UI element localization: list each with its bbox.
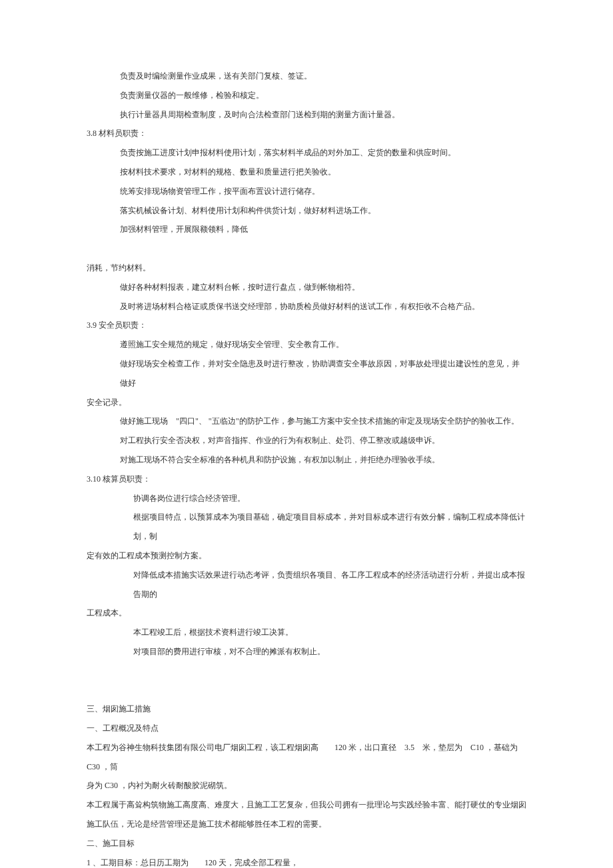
text-line: 执行计量器具周期检查制度，及时向合法检查部门送检到期的测量方面计量器。 xyxy=(87,105,526,125)
text-line: 二、施工目标 xyxy=(87,834,526,853)
text-line: 负责按施工进度计划申报材料使用计划，落实材料半成品的对外加工、定货的数量和供应时… xyxy=(87,143,526,163)
text-line: 落实机械设备计划、材料使用计划和构件供货计划，做好材料进场工作。 xyxy=(87,201,526,220)
text-line: 一、工程概况及特点 xyxy=(87,719,526,738)
text-line: 消耗，节约材料。 xyxy=(87,258,526,278)
text-line: 加强材料管理，开展限额领料，降低 xyxy=(87,220,526,239)
text-line: 3.9 安全员职责： xyxy=(87,316,526,335)
text-line xyxy=(87,239,526,258)
text-line: 对工程执行安全否决权，对声音指挥、作业的行为有权制止、处罚、停工整改或越级申诉。 xyxy=(87,431,526,450)
text-line: 定有效的工程成本预测控制方案。 xyxy=(87,546,526,566)
text-line: 工程成本。 xyxy=(87,604,526,623)
text-line: 负责及时编绘测量作业成果，送有关部门复核、签证。 xyxy=(87,67,526,86)
document-body: 负责及时编绘测量作业成果，送有关部门复核、签证。负责测量仪器的一般维修，检验和核… xyxy=(87,67,526,868)
text-line: 及时将进场材料合格证或质保书送交经理部，协助质检员做好材料的送试工作，有权拒收不… xyxy=(87,297,526,316)
text-line: 本工程竣工后，根据技术资料进行竣工决算。 xyxy=(87,623,526,642)
text-line: 遵照施工安全规范的规定，做好现场安全管理、安全教育工作。 xyxy=(87,335,526,354)
text-line: 对降低成本措施实话效果进行动态考评，负责组织各项目、各工序工程成本的经济活动进行… xyxy=(87,566,526,604)
text-line: 本工程属于高耸构筑物施工高度高、难度大，且施工工艺复杂，但我公司拥有一批理论与实… xyxy=(87,795,526,815)
text-line: 做好各种材料报表，建立材料台帐，按时进行盘点，做到帐物相符。 xyxy=(87,278,526,297)
text-line: 安全记录。 xyxy=(87,393,526,412)
text-line: 身为 C30 ，内衬为耐火砖耐酸胶泥砌筑。 xyxy=(87,776,526,795)
text-line: 三、烟囱施工措施 xyxy=(87,699,526,719)
text-line: 做好施工现场 "四口"、 "五临边"的防护工作，参与施工方案中安全技术措施的审定… xyxy=(87,412,526,431)
text-line xyxy=(87,681,526,700)
text-line: 对施工现场不符合安全标准的各种机具和防护设施，有权加以制止，并拒绝办理验收手续。 xyxy=(87,450,526,470)
text-line: 统筹安排现场物资管理工作，按平面布置设计进行储存。 xyxy=(87,182,526,201)
text-line: 做好现场安全检查工作，并对安全隐患及时进行整改，协助调查安全事故原因，对事故处理… xyxy=(87,354,526,393)
text-line: 按材料技术要求，对材料的规格、数量和质量进行把关验收。 xyxy=(87,163,526,182)
text-line: 根据项目特点，以预算成本为项目基础，确定项目目标成本，并对目标成本进行有效分解，… xyxy=(87,508,526,546)
text-line: 施工队伍，无论是经营管理还是施工技术都能够胜任本工程的需要。 xyxy=(87,815,526,834)
text-line: 1 、工期目标：总日历工期为 120 天，完成全部工程量， xyxy=(87,853,526,868)
text-line: 本工程为谷神生物科技集团有限公司电厂烟囱工程，该工程烟囱高 120 米，出口直径… xyxy=(87,738,526,777)
text-line: 对项目部的费用进行审核，对不合理的摊派有权制止。 xyxy=(87,642,526,661)
text-line: 负责测量仪器的一般维修，检验和核定。 xyxy=(87,86,526,105)
text-line: 3.10 核算员职责： xyxy=(87,470,526,489)
text-line: 协调各岗位进行综合经济管理。 xyxy=(87,489,526,508)
text-line: 3.8 材料员职责： xyxy=(87,124,526,143)
text-line xyxy=(87,661,526,681)
